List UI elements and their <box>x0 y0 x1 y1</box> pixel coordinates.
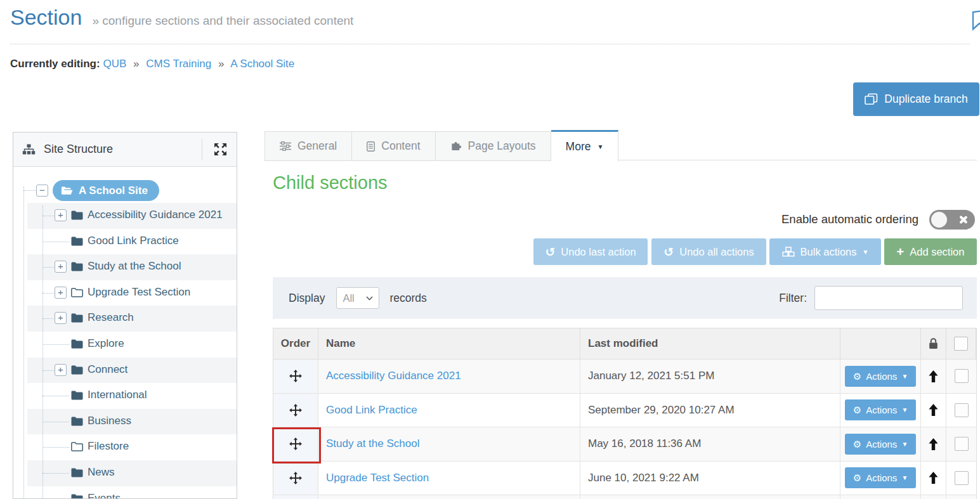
plus-icon: + <box>897 245 905 258</box>
actions-button[interactable]: ⚙ Actions ▼ <box>845 399 917 420</box>
sidebar-item-label[interactable]: Accessibility Guidance 2021 <box>88 209 223 221</box>
section-link[interactable]: Upgrade Test Section <box>326 472 429 484</box>
table-row-good-link-practice: Good Link Practice September 29, 2020 10… <box>273 394 976 428</box>
folder-icon <box>71 211 83 220</box>
add-section-button[interactable]: + Add section <box>884 238 977 265</box>
drag-handle-cell[interactable] <box>273 394 318 428</box>
sidebar-item-good-link-practice[interactable]: Good Link Practice <box>13 229 237 255</box>
select-all-checkbox[interactable] <box>954 337 968 351</box>
actions-button[interactable]: ⚙ Actions ▼ <box>845 366 917 387</box>
chevron-down-icon: ▼ <box>901 406 908 413</box>
breadcrumb: Currently editing: QUB » CMS Training » … <box>10 58 294 70</box>
actions-button[interactable]: ⚙ Actions ▼ <box>845 467 917 488</box>
filter-input[interactable] <box>814 286 963 310</box>
undo-all-actions-button[interactable]: ↺ Undo all actions <box>651 238 766 265</box>
breadcrumb-link-qub[interactable]: QUB <box>103 58 126 70</box>
drag-handle-cell[interactable] <box>273 360 318 394</box>
folder-outline-icon <box>71 288 83 297</box>
gear-icon: ⚙ <box>853 473 861 483</box>
sidebar-item-upgrade-test-section[interactable]: + Upgrade Test Section <box>13 280 237 306</box>
tab-general[interactable]: General <box>265 131 352 161</box>
expand-icon[interactable]: + <box>55 364 67 376</box>
sidebar-item-explore[interactable]: Explore <box>13 332 237 358</box>
move-icon <box>289 472 302 484</box>
drag-handle-cell <box>273 495 318 499</box>
duplicate-branch-button[interactable]: Duplicate branch <box>853 82 979 116</box>
tab-page-layouts[interactable]: Page Layouts <box>436 131 551 161</box>
move-icon <box>289 404 302 417</box>
section-link[interactable]: Accessibility Guidance 2021 <box>326 370 461 382</box>
sidebar-item-events[interactable]: Events <box>13 486 237 499</box>
cubes-icon <box>782 247 795 257</box>
section-link[interactable]: Good Link Practice <box>326 404 417 417</box>
expand-icon[interactable]: + <box>55 209 67 221</box>
tab-label: Content <box>381 139 420 153</box>
table-controls-bar: Display All records Filter: <box>273 277 977 319</box>
move-up-cell[interactable] <box>921 394 946 428</box>
column-header-order: Order <box>273 328 318 360</box>
auto-ordering-label: Enable automatic ordering <box>781 212 918 226</box>
row-checkbox[interactable] <box>955 437 969 451</box>
sidebar-item-label[interactable]: Research <box>88 311 134 324</box>
sidebar-item-label[interactable]: Explore <box>88 337 124 350</box>
row-checkbox[interactable] <box>955 471 969 485</box>
arrow-up-icon <box>929 438 938 450</box>
row-checkbox[interactable] <box>955 403 969 417</box>
breadcrumb-link-a-school-site[interactable]: A School Site <box>230 58 294 70</box>
sidebar-item-international[interactable]: International <box>13 383 237 409</box>
chevron-down-icon: ▼ <box>863 249 869 256</box>
expand-icon[interactable]: + <box>55 312 67 324</box>
sidebar-item-label[interactable]: Business <box>88 415 131 427</box>
sidebar-item-label[interactable]: Good Link Practice <box>88 235 179 247</box>
sidebar-item-label[interactable]: Filestore <box>88 440 129 453</box>
actions-button[interactable]: ⚙ Actions ▼ <box>845 434 917 455</box>
row-checkbox[interactable] <box>955 369 969 383</box>
auto-ordering-toggle[interactable] <box>929 210 975 230</box>
bookmark-icon[interactable] <box>972 8 980 32</box>
move-up-cell[interactable] <box>921 427 946 462</box>
collapse-icon[interactable]: − <box>36 185 48 197</box>
sidebar-item-label[interactable]: Connect <box>88 363 127 376</box>
tab-content[interactable]: Content <box>352 131 435 161</box>
gear-icon: ⚙ <box>853 372 861 381</box>
expand-icon[interactable]: + <box>55 261 67 273</box>
move-up-cell[interactable] <box>921 360 946 394</box>
expand-icon[interactable]: + <box>55 287 67 299</box>
sidebar-item-business[interactable]: Business <box>13 409 237 435</box>
drag-handle-cell[interactable] <box>273 462 318 496</box>
tab-more[interactable]: More ▼ <box>551 130 619 162</box>
sidebar-item-label[interactable]: International <box>88 389 147 401</box>
section-link[interactable]: Study at the School <box>326 437 419 450</box>
sidebar-item-label[interactable]: Study at the School <box>88 260 181 273</box>
folder-icon <box>71 339 83 349</box>
sidebar-item-label[interactable]: Upgrade Test Section <box>88 286 190 299</box>
sidebar-item-label[interactable]: News <box>88 466 115 479</box>
sidebar-item-filestore[interactable]: Filestore <box>13 434 237 460</box>
expand-panel-icon[interactable] <box>214 143 226 155</box>
sidebar-item-news[interactable]: News <box>13 460 237 486</box>
breadcrumb-link-cms-training[interactable]: CMS Training <box>146 58 211 70</box>
duplicate-branch-label: Duplicate branch <box>884 93 967 106</box>
table-row-upgrade-test-section: Upgrade Test Section June 10, 2021 9:22 … <box>273 462 976 496</box>
sidebar-item-study-at-the-school[interactable]: + Study at the School <box>13 254 237 280</box>
sidebar-item-accessibility-guidance-2021[interactable]: + Accessibility Guidance 2021 <box>13 203 237 229</box>
document-icon <box>367 141 375 152</box>
sidebar-item-a-school-site[interactable]: A School Site <box>53 180 159 201</box>
tree-connector-stub <box>42 344 69 345</box>
site-structure-title: Site Structure <box>44 143 113 156</box>
sidebar-item-label[interactable]: Events <box>88 492 121 499</box>
drag-handle-cell-highlighted[interactable] <box>273 427 318 462</box>
tree-connector-stub <box>23 190 36 191</box>
records-per-page-select[interactable]: All <box>336 287 379 309</box>
sidebar-root-label: A School Site <box>79 185 148 197</box>
move-up-cell[interactable] <box>921 462 946 496</box>
actions-label: Actions <box>866 472 897 483</box>
folder-icon <box>71 468 83 477</box>
sidebar-item-research[interactable]: + Research <box>13 306 237 332</box>
bulk-actions-button[interactable]: Bulk actions ▼ <box>769 238 881 265</box>
arrow-up-icon <box>929 404 938 416</box>
puzzle-icon <box>450 141 462 151</box>
undo-last-action-button[interactable]: ↺ Undo last action <box>533 238 648 265</box>
site-structure-panel: Site Structure − A School Site + Accessi… <box>13 132 237 499</box>
sidebar-item-connect[interactable]: + Connect <box>13 358 237 384</box>
